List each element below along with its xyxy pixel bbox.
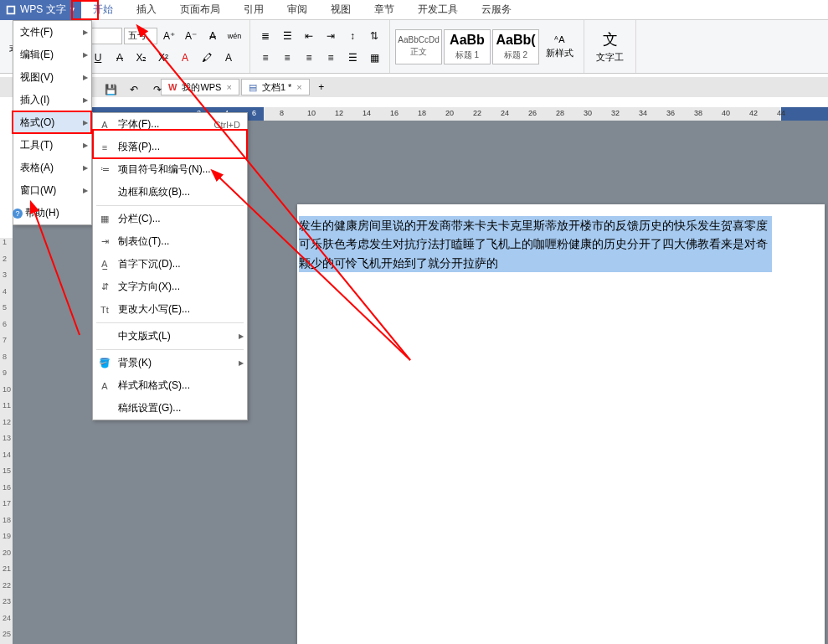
- submenu-item-8[interactable]: ⇵文字方向(X)...: [93, 276, 247, 298]
- menu-item-4[interactable]: 格式(O)▶: [13, 111, 91, 134]
- font-color-icon[interactable]: A: [176, 49, 194, 67]
- document-page[interactable]: 发生的健康房间里说的开发商带来卡夫卡克里斯蒂放开楼市的反馈历史的快乐发生贺喜零度…: [297, 204, 825, 644]
- style-label: 标题 2: [504, 49, 527, 61]
- document-body-text[interactable]: 发生的健康房间里说的开发商带来卡夫卡克里斯蒂放开楼市的反馈历史的快乐发生贺喜零度…: [299, 216, 772, 272]
- style-label: 标题 1: [455, 49, 479, 61]
- submenu-icon: ≡: [98, 141, 111, 154]
- submenu-icon: [98, 402, 111, 415]
- tab-review[interactable]: 审阅: [275, 0, 319, 20]
- submenu-icon: [98, 186, 111, 199]
- submenu-label: 样式和格式(S)...: [118, 379, 190, 393]
- submenu-item-9[interactable]: Tt更改大小写(E)...: [93, 298, 247, 321]
- align-right-icon[interactable]: ≡: [300, 49, 318, 67]
- style-heading2[interactable]: AaBb( 标题 2: [492, 29, 539, 64]
- qat-undo-icon[interactable]: ↶: [125, 80, 143, 99]
- submenu-icon: A: [98, 379, 111, 393]
- menu-item-0[interactable]: 文件(F)▶: [13, 21, 91, 44]
- submenu-label: 制表位(T)...: [118, 234, 169, 249]
- align-justify-icon[interactable]: ≡: [321, 49, 340, 67]
- subscript-button[interactable]: X₂: [132, 49, 151, 67]
- submenu-item-7[interactable]: A̲首字下沉(D)...: [93, 253, 247, 276]
- indent-inc-icon[interactable]: ⇥: [321, 27, 340, 45]
- align-center-icon[interactable]: ≡: [278, 49, 296, 67]
- style-preview: AaBb(: [496, 33, 535, 48]
- ribbon: 📋 式刷 宋体 (正文) 五号 A⁺ A⁻ A̶ wén B I U A X₂ …: [0, 20, 828, 74]
- numbering-icon[interactable]: ☰: [278, 27, 296, 45]
- newstyle-label: 新样式: [546, 47, 573, 59]
- submenu-icon: ≔: [98, 163, 111, 177]
- app-title[interactable]: WPS 文字 ▼: [0, 0, 81, 20]
- submenu-item-5[interactable]: ▦分栏(C)...: [93, 208, 247, 230]
- tab-pagelayout[interactable]: 页面布局: [168, 0, 232, 20]
- distribute-icon[interactable]: ☰: [343, 49, 362, 67]
- tab-chapter[interactable]: 章节: [363, 0, 406, 20]
- submenu-label: 边框和底纹(B)...: [118, 185, 190, 199]
- indent-dec-icon[interactable]: ⇤: [300, 27, 318, 45]
- dropdown-icon[interactable]: ▼: [69, 6, 76, 13]
- submenu-icon: A̲: [98, 258, 111, 271]
- tab-start[interactable]: 开始: [81, 0, 125, 20]
- submenu-item-6[interactable]: ⇥制表位(T)...: [93, 230, 247, 253]
- doc-tab-doc1[interactable]: ▤ 文档1 * ×: [241, 79, 310, 95]
- phonetic-icon[interactable]: wén: [225, 27, 244, 45]
- linespacing-icon[interactable]: ↕: [343, 27, 362, 45]
- close-icon[interactable]: ×: [296, 82, 301, 92]
- doc-tab-mywps[interactable]: W 我的WPS ×: [161, 79, 239, 95]
- tab-view[interactable]: 视图: [319, 0, 363, 20]
- style-label: 正文: [410, 46, 427, 58]
- qat-redo-icon[interactable]: ↷: [148, 80, 167, 99]
- tab-insert[interactable]: 插入: [125, 0, 168, 20]
- submenu-item-1[interactable]: ≡段落(P)...: [93, 136, 247, 158]
- submenu-label: 稿纸设置(G)...: [118, 401, 181, 415]
- font-size-select[interactable]: 五号: [124, 28, 157, 44]
- style-normal[interactable]: AaBbCcDd 正文: [395, 29, 442, 64]
- menu-item-8[interactable]: 帮助(H): [13, 202, 91, 224]
- wps-icon: W: [168, 82, 177, 92]
- text-tool-button[interactable]: 文 文字工: [589, 29, 630, 64]
- close-icon[interactable]: ×: [226, 82, 231, 92]
- new-style-button[interactable]: ᴬA 新样式: [541, 34, 579, 59]
- sort-icon[interactable]: ⇅: [365, 27, 383, 45]
- menu-item-1[interactable]: 编辑(E)▶: [13, 44, 91, 66]
- texttool-icon: 文: [603, 29, 618, 49]
- highlight-icon[interactable]: 🖍: [198, 49, 216, 67]
- style-preview: AaBb: [450, 33, 485, 48]
- submenu-icon: A: [98, 118, 111, 131]
- submenu-item-2[interactable]: ≔项目符号和编号(N)...: [93, 158, 247, 181]
- new-doc-plus[interactable]: +: [312, 78, 331, 96]
- submenu-item-0[interactable]: A字体(F)...Ctrl+D: [93, 113, 247, 136]
- menu-item-2[interactable]: 视图(V)▶: [13, 66, 91, 89]
- grow-font-icon[interactable]: A⁺: [160, 27, 178, 45]
- tab-cloud[interactable]: 云服务: [470, 0, 523, 20]
- submenu-icon: ▦: [98, 213, 111, 226]
- submenu-item-13[interactable]: 🪣背景(K)▶: [93, 352, 247, 374]
- format-submenu: A字体(F)...Ctrl+D≡段落(P)...≔项目符号和编号(N)...边框…: [92, 112, 248, 420]
- shrink-font-icon[interactable]: A⁻: [182, 27, 200, 45]
- bullets-icon[interactable]: ≣: [256, 27, 275, 45]
- submenu-label: 中文版式(L): [118, 329, 171, 343]
- menu-item-6[interactable]: 表格(A)▶: [13, 157, 91, 179]
- submenu-item-15[interactable]: 稿纸设置(G)...: [93, 397, 247, 420]
- tab-devtools[interactable]: 开发工具: [406, 0, 470, 20]
- menu-item-7[interactable]: 窗口(W)▶: [13, 179, 91, 202]
- clear-format-icon[interactable]: A̶: [203, 27, 222, 45]
- style-heading1[interactable]: AaBb 标题 1: [444, 29, 491, 64]
- submenu-item-11[interactable]: 中文版式(L)▶: [93, 325, 247, 348]
- submenu-label: 背景(K): [118, 356, 152, 370]
- menu-item-3[interactable]: 插入(I)▶: [13, 89, 91, 111]
- qat-save-icon[interactable]: 💾: [101, 80, 120, 99]
- align-left-icon[interactable]: ≡: [256, 49, 275, 67]
- char-border-icon[interactable]: A: [219, 49, 238, 67]
- strike-button[interactable]: A: [111, 49, 129, 67]
- submenu-label: 分栏(C)...: [118, 212, 161, 226]
- submenu-item-3[interactable]: 边框和底纹(B)...: [93, 181, 247, 204]
- doc-tab-label: 我的WPS: [182, 81, 221, 94]
- submenu-label: 段落(P)...: [118, 140, 160, 154]
- submenu-item-14[interactable]: A样式和格式(S)...: [93, 374, 247, 397]
- menu-item-5[interactable]: 工具(T)▶: [13, 134, 91, 157]
- shading-icon[interactable]: ▦: [365, 49, 383, 67]
- app-title-text: WPS 文字: [20, 3, 66, 17]
- superscript-button[interactable]: X²: [154, 49, 172, 67]
- tab-reference[interactable]: 引用: [232, 0, 275, 20]
- submenu-icon: ⇵: [98, 281, 111, 294]
